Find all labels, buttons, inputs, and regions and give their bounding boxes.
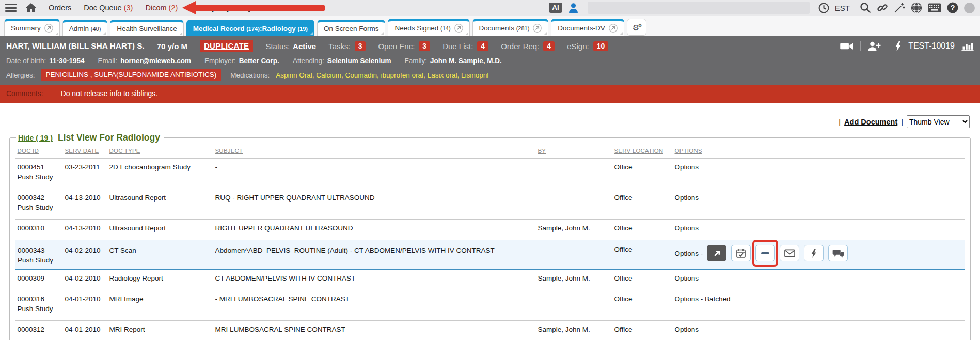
user-icon[interactable] [568, 3, 579, 13]
open-new-window-icon[interactable] [454, 24, 463, 33]
chart-tabs: SummaryAdmin (40)Health SurveillanceMedi… [0, 16, 980, 36]
medications-list: Aspirin Oral, Calcium, Coumadin, ibuprof… [276, 71, 488, 79]
serv-date: 04-01-2010 [63, 321, 107, 340]
globe-icon[interactable] [911, 2, 922, 13]
options-link[interactable]: Options [675, 325, 699, 334]
allergies-label: Allergies: [6, 71, 35, 79]
open-image-button[interactable] [707, 245, 726, 261]
table-row[interactable]: 0000342Push Study 04-13-2010 Ultrasound … [15, 189, 965, 220]
menu-item-doc-queue[interactable]: Doc Queue (3) [84, 4, 133, 12]
quick-action-button[interactable] [804, 245, 824, 261]
menu-item-dicom[interactable]: Dicom (2) [145, 4, 178, 12]
email-button[interactable] [780, 245, 799, 261]
radiology-list-box: Hide ( 19 ) List View For Radiology DOC … [9, 132, 971, 340]
duplicate-badge[interactable]: DUPLICATE [200, 40, 253, 52]
medication-lisinopril[interactable]: Lisinopril [461, 71, 488, 79]
column-header-subject[interactable]: SUBJECT [213, 144, 536, 159]
tab-documents[interactable]: Documents (281) [472, 19, 549, 36]
counter-badge[interactable]: 10 [593, 41, 609, 51]
open-new-window-icon[interactable] [533, 24, 542, 33]
clock-icon[interactable] [818, 3, 829, 13]
column-header-by[interactable]: BY [536, 144, 612, 159]
hamburger-menu-icon[interactable] [5, 4, 17, 12]
open-new-window-icon[interactable] [44, 24, 53, 33]
video-camera-icon[interactable] [840, 42, 853, 51]
column-header-serv-date[interactable]: SERV DATE [63, 144, 107, 159]
allergies-badge[interactable]: PENICILLINS , SULFA(SULFONAMIDE ANTIBIOT… [41, 69, 222, 81]
lightning-icon[interactable] [895, 41, 902, 51]
medication-calcium[interactable]: Calcium [316, 71, 341, 79]
employer-value: Better Corp. [239, 57, 279, 65]
email-label: Email: [98, 57, 118, 65]
table-row[interactable]: 0000316Push Study 04-01-2010 MRI Image -… [15, 290, 965, 321]
menu-item-print[interactable]: [ Print ] [190, 4, 214, 12]
help-icon[interactable]: ? [947, 2, 958, 13]
options-link[interactable]: Options - Batched [675, 295, 731, 303]
separator: | [839, 118, 841, 126]
remove-button[interactable] [755, 245, 775, 261]
wand-icon[interactable] [894, 2, 905, 13]
tab-on-screen-forms[interactable]: On Screen Forms [317, 20, 386, 36]
dob-label: Date of birth: [6, 57, 46, 65]
medication-ibuprofen-oral[interactable]: ibuprofen oral [381, 71, 424, 79]
counter-badge[interactable]: 4 [543, 41, 555, 51]
tab-needs-signed[interactable]: Needs Signed (14) [388, 19, 469, 36]
hide-link[interactable]: Hide ( 19 ) [18, 134, 53, 142]
doc-subtitle: Push Study [18, 256, 61, 265]
search-icon[interactable] [860, 2, 871, 13]
tab-documents-dv[interactable]: Documents-DV [551, 19, 624, 36]
table-row[interactable]: 0000309 04-02-2010 Radiology Report CT A… [15, 270, 965, 290]
menu-item-burn[interactable]: [ Burn ] [226, 4, 250, 12]
options-link[interactable]: Options [675, 163, 699, 172]
options-link[interactable]: Options [675, 274, 699, 283]
counter-badge[interactable]: 4 [477, 41, 488, 51]
counter-badge[interactable]: 3 [355, 41, 366, 51]
view-mode-select[interactable]: Thumb View [907, 115, 970, 128]
table-row[interactable]: 0000312 04-01-2010 MRI Report MRI LUMBOS… [15, 321, 965, 340]
medication-aspirin-oral[interactable]: Aspirin Oral [276, 71, 312, 79]
flowsheet-chart-icon[interactable] [961, 41, 974, 51]
counter-badge[interactable]: 3 [419, 41, 430, 51]
top-menu-links: OrdersDoc Queue (3)Dicom (2)[ Print ][ B… [49, 4, 250, 12]
tab-settings[interactable]: ⚙⚙ [627, 19, 646, 36]
tab-summary[interactable]: Summary [4, 19, 60, 36]
patient-banner: HART, WILLIAM (BILL SHA HART) S. 70 y/o … [0, 36, 980, 85]
doc-id: 0000342 [18, 193, 61, 202]
counter-label: eSign: [567, 42, 589, 51]
options-link[interactable]: Options [675, 193, 699, 202]
counter-tasks: Tasks:3 [328, 41, 366, 51]
ai-badge[interactable]: AI [549, 3, 562, 13]
comments-button[interactable] [828, 245, 848, 261]
tab-admin[interactable]: Admin (40) [62, 20, 108, 36]
table-row[interactable]: 0000310 04-13-2010 Ultrasound Report RIG… [15, 220, 965, 240]
menu-item-orders[interactable]: Orders [49, 4, 71, 12]
avatar[interactable] [964, 3, 975, 13]
table-row-selected[interactable]: 0000343Push Study 04-02-2010 CT Scan Abd… [15, 240, 965, 270]
tab-health-surveillance[interactable]: Health Surveillance [110, 20, 183, 36]
column-header-options[interactable]: OPTIONS [673, 144, 965, 159]
column-header-serv-location[interactable]: SERV LOCATION [612, 144, 673, 159]
options-link[interactable]: Options - [675, 249, 703, 258]
add-document-link[interactable]: Add Document [844, 118, 897, 126]
table-row[interactable]: 0000451Push Study 03-23-2011 2D Echocard… [15, 159, 965, 189]
open-new-window-icon[interactable] [609, 24, 618, 33]
doc-type: 2D Echocardiogram Study [107, 159, 213, 189]
schedule-button[interactable] [731, 245, 751, 261]
minus-icon [761, 252, 769, 254]
column-header-doc-type[interactable]: DOC TYPE [107, 144, 213, 159]
add-person-icon[interactable] [867, 41, 881, 51]
medication-coumadin[interactable]: Coumadin [345, 71, 377, 79]
home-icon[interactable] [26, 3, 36, 12]
email-value: horner@mieweb.com [120, 57, 191, 65]
tab-medical-record-radiology[interactable]: Medical Record (174):Radiology (19) [186, 20, 314, 36]
doc-by [536, 159, 612, 189]
counter-label: Tasks: [328, 42, 351, 51]
keyboard-icon[interactable] [928, 3, 941, 12]
separator: | [901, 118, 903, 126]
medication-lasix-oral[interactable]: Lasix oral [428, 71, 457, 79]
options-link[interactable]: Options [675, 224, 699, 233]
serv-date: 04-13-2010 [63, 220, 107, 240]
link-icon[interactable] [877, 2, 888, 13]
column-header-doc-id[interactable]: DOC ID [15, 144, 63, 159]
doc-subject: CT ABDOMEN/PELVIS WITH IV CONTRAST [213, 270, 536, 290]
